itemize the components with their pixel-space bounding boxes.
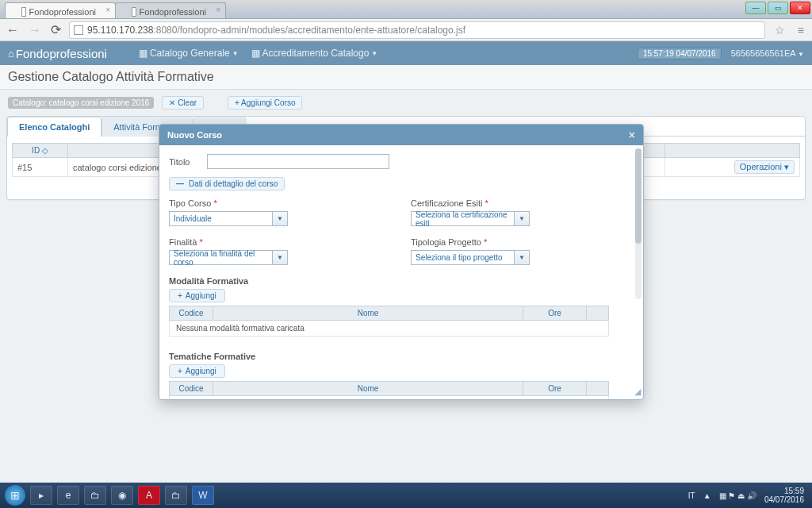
system-tray: IT ▲ ▦ ⚑ ⏏ 🔊 15:59 04/07/2016 xyxy=(688,487,807,504)
taskbar-word-icon[interactable]: W xyxy=(192,486,214,505)
nav-forward-icon[interactable]: → xyxy=(27,23,43,37)
scrollbar[interactable] xyxy=(635,148,642,299)
filter-toolbar: Catalogo: catalogo corsi edizione 2016 ✕… xyxy=(0,90,812,116)
col-ops xyxy=(665,144,800,158)
window-maximize[interactable]: ▭ xyxy=(768,2,788,14)
chevron-down-icon[interactable]: ▼ xyxy=(514,250,530,265)
tipologia-progetto-select[interactable]: Seleziona il tipo progetto ▼ xyxy=(411,250,634,265)
clear-filter-button[interactable]: ✕ Clear xyxy=(162,96,204,110)
tipo-corso-label: Tipo Corso xyxy=(169,198,211,208)
tip-prog-placeholder: Seleziona il tipo progetto xyxy=(411,250,514,265)
resize-handle-icon[interactable]: ◢ xyxy=(634,387,641,397)
url-host: 95.110.170.238 xyxy=(87,25,153,36)
tipo-corso-select[interactable]: Individuale ▼ xyxy=(169,211,392,226)
system-clock[interactable]: 15:59 04/07/2016 xyxy=(764,487,807,504)
catalog-filter-chip: Catalogo: catalogo corsi edizione 2016 xyxy=(8,97,154,109)
bookmark-icon[interactable]: ☆ xyxy=(772,24,788,37)
browser-toolbar: ← → ⟳ 95.110.170.238:8080/fondopro-admin… xyxy=(0,19,812,41)
menu-icon[interactable]: ≡ xyxy=(795,24,807,37)
browser-tab-1[interactable]: Fondoprofessioni × xyxy=(5,2,116,18)
menu-catalogo-generale[interactable]: ▦ Catalogo Generale ▼ xyxy=(139,48,239,59)
cert-placeholder: Seleziona la certificazione esiti xyxy=(411,211,514,226)
reload-icon[interactable]: ⟳ xyxy=(49,22,63,37)
taskbar-pdf-icon[interactable]: A xyxy=(138,486,160,505)
page-icon xyxy=(21,7,26,17)
clock-time: 15:59 xyxy=(764,487,804,495)
tab-elenco-cataloghi[interactable]: Elenco Cataloghi xyxy=(7,117,102,137)
page-icon xyxy=(74,25,83,35)
taskbar-explorer-icon[interactable]: 🗀 xyxy=(84,486,106,505)
add-tematica-button[interactable]: + Aggiungi xyxy=(169,364,225,378)
finalita-select[interactable]: Seleziona la finalità del corso ▼ xyxy=(169,250,392,265)
col-id[interactable]: ID ◇ xyxy=(13,144,68,158)
table-row: Nessuna tipologia di piano caricato xyxy=(170,396,609,400)
tray-lang[interactable]: IT xyxy=(688,491,695,500)
close-icon[interactable]: × xyxy=(216,6,220,14)
col-nome: Nome xyxy=(213,382,523,396)
add-course-label: Aggiungi Corso xyxy=(241,98,295,107)
cell-id: #15 xyxy=(13,158,68,177)
empty-tematiche: Nessuna tipologia di piano caricato xyxy=(170,396,609,400)
url-path: :8080/fondopro-admin/modules/accreditame… xyxy=(153,25,465,36)
taskbar-media-icon[interactable]: ▸ xyxy=(30,486,52,505)
taskbar-folder-icon[interactable]: 🗀 xyxy=(165,486,187,505)
row-operations-button[interactable]: Operazioni ▾ xyxy=(734,160,795,174)
tematiche-formative-title: Tematiche Formative xyxy=(169,352,634,361)
close-icon[interactable]: × xyxy=(629,129,635,141)
window-controls: — ▭ ✕ xyxy=(744,2,810,14)
add-label: Aggiungi xyxy=(186,367,216,375)
modal-title: Nuovo Corso xyxy=(167,130,222,140)
menu-label: Catalogo Generale xyxy=(150,48,230,59)
field-certificazione: Certificazione Esiti * Seleziona la cert… xyxy=(411,198,634,226)
taskbar-ie-icon[interactable]: e xyxy=(57,486,79,505)
window-minimize[interactable]: — xyxy=(745,2,766,14)
chevron-down-icon: ▼ xyxy=(798,51,804,58)
scroll-thumb[interactable] xyxy=(635,148,642,244)
chevron-down-icon[interactable]: ▼ xyxy=(514,211,530,226)
chevron-down-icon[interactable]: ▼ xyxy=(272,250,288,265)
taskbar-chrome-icon[interactable]: ◉ xyxy=(111,486,133,505)
nav-back-icon[interactable]: ← xyxy=(5,23,21,37)
tray-icons[interactable]: ▦ ⚑ ⏏ 🔊 xyxy=(719,491,756,500)
page-title: Gestione Catalogo Attività Formative xyxy=(8,70,804,84)
chevron-down-icon[interactable]: ▼ xyxy=(272,211,288,226)
window-close[interactable]: ✕ xyxy=(790,2,810,14)
finalita-label: Finalità xyxy=(169,237,197,247)
field-finalita: Finalità * Seleziona la finalità del cor… xyxy=(169,237,392,265)
certificazione-select[interactable]: Seleziona la certificazione esiti ▼ xyxy=(411,211,634,226)
clock-date: 04/07/2016 xyxy=(764,495,804,504)
brand[interactable]: ⌂ Fondoprofessioni xyxy=(8,47,107,60)
page-title-bar: Gestione Catalogo Attività Formative xyxy=(0,65,812,90)
address-bar[interactable]: 95.110.170.238:8080/fondopro-admin/modul… xyxy=(69,21,765,39)
home-icon: ⌂ xyxy=(8,48,14,60)
menu-label: Accreditamento Catalogo xyxy=(262,48,370,59)
modalita-formativa-title: Modalità Formativa xyxy=(169,276,634,286)
grid-icon: ▦ xyxy=(251,48,260,59)
col-ore: Ore xyxy=(523,306,587,321)
tipo-corso-value: Individuale xyxy=(169,211,272,226)
page-icon xyxy=(132,7,136,17)
tray-flag-icon[interactable]: ▲ xyxy=(703,491,711,500)
titolo-input[interactable] xyxy=(207,154,389,169)
col-id-label: ID xyxy=(32,146,40,155)
add-course-button[interactable]: + Aggiungi Corso xyxy=(228,96,302,110)
menu-accreditamento[interactable]: ▦ Accreditamento Catalogo ▼ xyxy=(251,48,378,59)
windows-taskbar: ⊞ ▸ e 🗀 ◉ A 🗀 W IT ▲ ▦ ⚑ ⏏ 🔊 15:59 04/07… xyxy=(0,483,812,508)
new-course-modal: Nuovo Corso × Titolo — Dati di dettaglio… xyxy=(159,124,644,400)
start-button[interactable]: ⊞ xyxy=(5,485,25,506)
clear-label: Clear xyxy=(178,98,197,107)
close-icon[interactable]: × xyxy=(105,6,110,14)
fieldset-toggle[interactable]: — Dati di dettaglio del corso xyxy=(169,177,285,190)
server-timestamp: 15:57:19 04/07/2016 xyxy=(638,48,722,60)
browser-tab-2[interactable]: Fondoprofessioni × xyxy=(115,2,226,18)
collapse-icon: — xyxy=(176,179,184,188)
col-codice: Codice xyxy=(170,306,213,321)
col-actions xyxy=(587,382,609,396)
titolo-label: Titolo xyxy=(169,157,201,167)
user-menu[interactable]: 56565656561EA ▼ xyxy=(731,48,804,58)
finalita-placeholder: Seleziona la finalità del corso xyxy=(169,250,272,265)
add-modalita-button[interactable]: + Aggiungi xyxy=(169,289,225,302)
grid-icon: ▦ xyxy=(139,48,147,59)
field-tipo-corso: Tipo Corso * Individuale ▼ xyxy=(169,198,392,226)
ops-label: Operazioni xyxy=(740,162,782,171)
